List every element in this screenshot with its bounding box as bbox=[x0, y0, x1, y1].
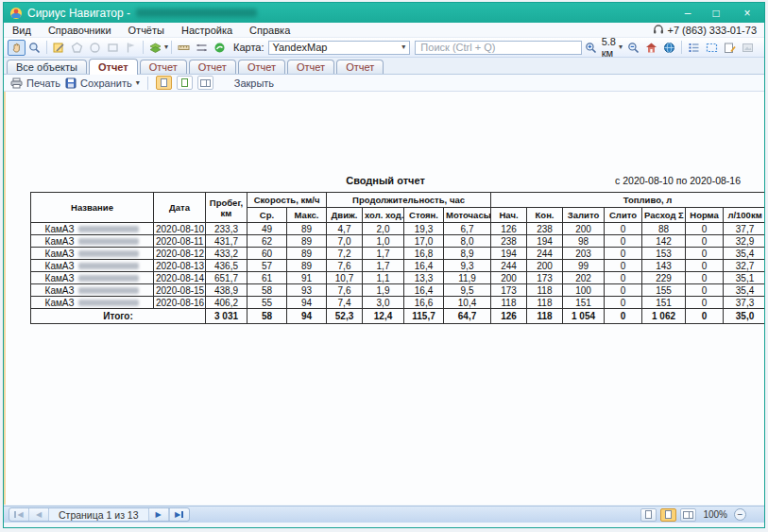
vehicle-name-cell: КамАЗ bbox=[31, 297, 154, 309]
value-cell: 0 bbox=[686, 272, 724, 284]
value-cell: 155 bbox=[642, 284, 686, 297]
status-bar: ◀ ◀ Страница 1 из 13 ▶ ▶ 100% − bbox=[4, 506, 764, 523]
value-cell: 118 bbox=[527, 284, 563, 297]
value-cell: 99 bbox=[563, 260, 605, 272]
menu-item-1[interactable]: Справочники bbox=[40, 25, 120, 36]
map-provider-select[interactable]: YandexMap ▾ bbox=[268, 41, 411, 55]
app-logo-icon bbox=[9, 7, 23, 20]
home-button[interactable] bbox=[642, 40, 660, 56]
column-group-header: Дата bbox=[154, 193, 206, 223]
prev-page-button[interactable]: ◀ bbox=[29, 508, 49, 521]
value-cell: 0 bbox=[605, 284, 642, 297]
draw-rectangle-button[interactable] bbox=[104, 40, 122, 56]
last-page-button[interactable]: ▶ bbox=[169, 508, 189, 521]
close-report-button[interactable]: Закрыть bbox=[234, 77, 274, 89]
minimize-button[interactable]: – bbox=[674, 3, 702, 23]
draw-polygon-button[interactable] bbox=[68, 40, 86, 56]
view-mode-single-button[interactable] bbox=[640, 508, 657, 522]
layers-dropdown-caret[interactable]: ▾ bbox=[164, 43, 168, 51]
value-cell: 35,4 bbox=[724, 248, 764, 260]
column-header: хол. ход. bbox=[363, 208, 404, 223]
ruler-button[interactable] bbox=[175, 40, 193, 56]
tab-report-6[interactable]: Отчет bbox=[336, 60, 384, 74]
draw-circle-button[interactable] bbox=[86, 40, 104, 56]
redacted-plate bbox=[78, 287, 139, 294]
menu-item-3[interactable]: Настройка bbox=[173, 25, 241, 36]
view-mode-two-button[interactable] bbox=[680, 508, 696, 522]
select-area-button[interactable] bbox=[703, 40, 721, 56]
value-cell: 8,9 bbox=[444, 248, 491, 260]
tab-report-1[interactable]: Отчет bbox=[89, 59, 138, 75]
menu-item-4[interactable]: Справка bbox=[241, 25, 299, 36]
date-cell: 2020-08-15 bbox=[154, 284, 206, 297]
toolbar-separator bbox=[143, 41, 144, 54]
add-flag-button[interactable] bbox=[122, 40, 140, 56]
measure-distance-button[interactable] bbox=[193, 40, 211, 56]
column-group-header: Название bbox=[31, 193, 154, 223]
print-button[interactable]: Печать bbox=[10, 77, 60, 89]
tab-report-5[interactable]: Отчет bbox=[287, 60, 334, 74]
view-single-page-button[interactable] bbox=[156, 76, 172, 90]
value-cell: 203 bbox=[563, 248, 605, 260]
legend-list-button[interactable] bbox=[685, 40, 703, 56]
first-page-button[interactable]: ◀ bbox=[9, 508, 29, 521]
close-button[interactable]: × bbox=[730, 3, 764, 23]
total-value-cell: 0 bbox=[605, 309, 642, 324]
save-dropdown-caret[interactable]: ▾ bbox=[136, 79, 140, 87]
fit-page-icon bbox=[181, 78, 188, 87]
value-cell: 62 bbox=[247, 235, 287, 248]
value-cell: 57 bbox=[247, 260, 287, 272]
value-cell: 0 bbox=[605, 297, 642, 309]
value-cell: 58 bbox=[247, 284, 287, 297]
value-cell: 89 bbox=[287, 223, 327, 235]
tab-report-2[interactable]: Отчет bbox=[140, 60, 187, 74]
map-scale-select[interactable]: 5.8 км ▾ bbox=[600, 36, 624, 59]
zoom-out-button[interactable] bbox=[624, 40, 642, 56]
zoom-in-button[interactable] bbox=[582, 40, 600, 56]
redacted-company-name bbox=[136, 9, 257, 17]
zoom-tool-button[interactable] bbox=[26, 40, 43, 56]
tab-report-4[interactable]: Отчет bbox=[238, 60, 285, 74]
column-group-header: Пробег, км bbox=[206, 193, 247, 223]
pan-tool-button[interactable] bbox=[8, 40, 26, 56]
value-cell: 651,7 bbox=[206, 272, 247, 284]
redacted-plate bbox=[78, 275, 139, 282]
table-total-row: Итого:3 031589452,312,4115,764,71261181 … bbox=[31, 309, 765, 324]
maximize-button[interactable]: □ bbox=[702, 3, 730, 23]
layers-button[interactable] bbox=[146, 40, 164, 56]
value-cell: 1,7 bbox=[363, 260, 404, 272]
value-cell: 9,5 bbox=[444, 284, 491, 297]
next-page-button[interactable]: ▶ bbox=[149, 508, 169, 521]
tab-all-objects[interactable]: Все объекты bbox=[7, 60, 87, 74]
value-cell: 200 bbox=[563, 223, 605, 235]
menu-item-0[interactable]: Вид bbox=[4, 25, 40, 36]
search-input[interactable]: Поиск (Ctrl + Q) bbox=[415, 41, 581, 55]
vehicle-name-cell: КамАЗ bbox=[31, 272, 154, 284]
image-button[interactable] bbox=[739, 40, 757, 56]
globe-button[interactable] bbox=[660, 40, 678, 56]
view-mode-fit-button[interactable] bbox=[660, 508, 676, 522]
view-fit-page-button[interactable] bbox=[177, 76, 193, 90]
date-cell: 2020-08-12 bbox=[154, 248, 206, 260]
notes-button[interactable] bbox=[721, 40, 739, 56]
chevron-down-icon: ▾ bbox=[401, 43, 405, 51]
tab-report-3[interactable]: Отчет bbox=[189, 60, 236, 74]
view-two-pages-button[interactable] bbox=[197, 76, 213, 90]
value-cell: 194 bbox=[527, 235, 563, 248]
toolbar-separator bbox=[681, 41, 682, 54]
save-button[interactable]: Сохранить ▾ bbox=[65, 77, 140, 89]
route-button[interactable] bbox=[211, 40, 229, 56]
report-body: Сводный отчет с 2020-08-10 по 2020-08-16… bbox=[30, 175, 741, 324]
printer-icon bbox=[10, 77, 23, 89]
total-value-cell: 94 bbox=[287, 309, 327, 324]
column-header: Стоян. bbox=[404, 208, 444, 223]
zoom-out-slider-button[interactable]: − bbox=[734, 508, 746, 521]
value-cell: 1,7 bbox=[363, 248, 404, 260]
menu-item-2[interactable]: Отчёты bbox=[120, 25, 173, 36]
report-page: Сводный отчет с 2020-08-10 по 2020-08-16… bbox=[4, 92, 764, 505]
table-row: КамАЗ2020-08-13436,557897,61,716,49,3244… bbox=[31, 260, 765, 272]
map-edit-button[interactable] bbox=[50, 40, 68, 56]
date-cell: 2020-08-13 bbox=[154, 260, 206, 272]
value-cell: 0 bbox=[605, 223, 642, 235]
value-cell: 406,2 bbox=[206, 297, 247, 309]
